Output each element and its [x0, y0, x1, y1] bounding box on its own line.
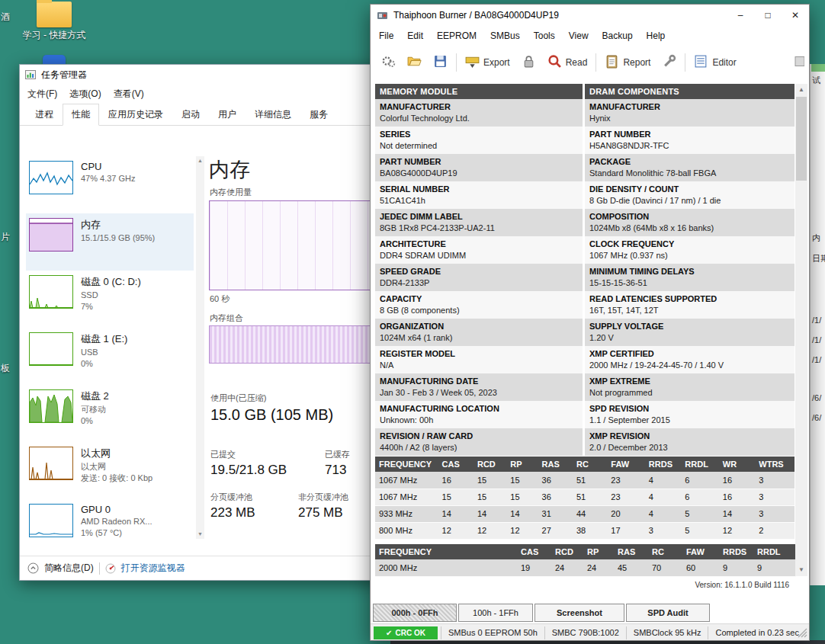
bg-right-window: 试内日期/1//1//1//6//6/ [810, 64, 825, 585]
brief-info-button[interactable]: 简略信息(D) [44, 562, 94, 575]
timing-cell: 933 MHz [375, 505, 438, 522]
tm-sidebar-item-4[interactable]: 磁盘 2可移动0% [26, 385, 194, 442]
resize-grip[interactable] [798, 628, 807, 639]
timing-col-header: RP [506, 457, 538, 472]
tm-title: 任务管理器 [41, 69, 87, 82]
spd-value: 1.1 / September 2015 [589, 415, 790, 426]
tp-titlebar[interactable]: Thaiphoon Burner / BA08G4000D4UP19 – □ ✕ [371, 5, 809, 26]
tm-sidebar-item-0[interactable]: CPU47% 4.37 GHz [26, 156, 194, 213]
bottom-tab-3[interactable]: SPD Audit [626, 604, 710, 622]
tp-menu-item-4[interactable]: Tools [527, 27, 562, 44]
read-button[interactable]: Read [544, 52, 591, 73]
tm-sidebar-item-sub: 0% [81, 415, 109, 427]
minimize-button[interactable]: – [727, 5, 754, 26]
spd-label: SERIES [380, 129, 578, 140]
tm-tab-0[interactable]: 进程 [26, 104, 63, 126]
tm-sidebar-item-sub: 15.1/15.9 GB (95%) [81, 232, 155, 244]
bottom-tab-0[interactable]: 000h - 0FFh [373, 604, 457, 622]
timing-cell: 16 [438, 472, 473, 489]
options-button[interactable] [659, 52, 679, 73]
tp-scrollbar[interactable]: ▲ ▼ [795, 84, 807, 576]
spd-tools-button[interactable] [378, 52, 399, 73]
export-button[interactable]: Export [462, 52, 513, 73]
timing-cell: 800 MHz [375, 522, 438, 539]
timing-col-header: FAW [682, 544, 719, 559]
status-cell-3: Completed in 0.23 sec [708, 626, 805, 639]
timing-cell: 12 [506, 522, 538, 539]
tm-tab-3[interactable]: 启动 [172, 104, 209, 126]
save-button[interactable] [430, 52, 451, 73]
tm-sidebar-item-6[interactable]: GPU 0AMD Radeon RX...1% (57 °C) [26, 499, 194, 556]
tp-menu-item-7[interactable]: Help [640, 27, 673, 44]
scroll-thumb[interactable] [796, 97, 807, 181]
stat-nonpaged-pool: 非分页缓冲池 275 MB [298, 492, 348, 521]
close-button[interactable]: ✕ [782, 5, 809, 26]
timing-cell: 36 [538, 489, 573, 505]
tm-sidebar-item-2[interactable]: 磁盘 0 (C: D:)SSD7% [26, 271, 194, 328]
open-button[interactable] [404, 52, 425, 73]
tp-menu-item-2[interactable]: EEPROM [430, 27, 483, 44]
tm-tab-5[interactable]: 详细信息 [246, 104, 300, 126]
tm-sidebar-item-3[interactable]: 磁盘 1 (E:)USB0% [26, 328, 194, 385]
timing-cell: 14 [719, 505, 755, 522]
tm-menu-item-2[interactable]: 查看(V) [108, 85, 150, 104]
timing-cell: 15 [438, 489, 473, 505]
timing-cell: 20 [607, 505, 645, 522]
stat-label: 已缓存 [325, 449, 350, 460]
tm-tab-4[interactable]: 用户 [209, 104, 246, 126]
tp-bottom-tabs: 000h - 0FFh100h - 1FFhScreenshotSPD Audi… [373, 604, 710, 622]
scroll-down-icon[interactable]: ▼ [795, 564, 807, 576]
editor-button[interactable]: Editor [691, 52, 739, 73]
partial-toolbar-icon[interactable] [791, 52, 807, 73]
window-controls: – □ ✕ [727, 5, 809, 26]
tm-sidebar-item-sub: 以太网 [81, 461, 152, 473]
spd-label: ARCHITECTURE [380, 239, 578, 250]
spd-value: 1024Mb x8 (64Mb x8 x 16 banks) [589, 223, 790, 234]
tm-sidebar-item-name: 磁盘 0 (C: D:) [81, 275, 141, 289]
spd-value: DDR4 SDRAM UDIMM [380, 250, 578, 261]
stat-label: 使用中(已压缩) [210, 392, 333, 404]
tm-sidebar-item-sub: 7% [81, 301, 141, 312]
spd-label: DIE DENSITY / COUNT [589, 184, 790, 195]
desktop-icon-study[interactable]: 学习 - 快捷方式 [21, 2, 87, 42]
timing-cell: 19 [517, 559, 551, 576]
timing-cell: 3 [755, 505, 795, 522]
scroll-down-icon[interactable]: ▼ [196, 530, 204, 539]
spd-row: REVISION / RAW CARD4400h / A2 (8 layers) [375, 428, 583, 456]
tp-menu-item-1[interactable]: Edit [400, 27, 430, 44]
tm-tab-2[interactable]: 应用历史记录 [99, 104, 172, 126]
lock-button[interactable] [518, 52, 539, 73]
tm-sidebar-item-5[interactable]: 以太网以太网发送: 0 接收: 0 Kbp [26, 442, 194, 499]
tp-menu-item-6[interactable]: Backup [595, 27, 640, 44]
tp-menu-item-5[interactable]: View [562, 27, 595, 44]
tm-menu-item-1[interactable]: 选项(O) [63, 85, 107, 104]
timing-col-header: RRDS [719, 544, 753, 559]
timing-cell: 1067 MHz [375, 472, 438, 489]
report-button[interactable]: Report [602, 52, 653, 73]
tp-menu-item-0[interactable]: File [372, 27, 400, 44]
timing-cell: 23 [607, 489, 645, 505]
maximize-button[interactable]: □ [754, 5, 782, 26]
bottom-tab-2[interactable]: Screenshot [534, 604, 624, 622]
bottom-tab-1[interactable]: 100h - 1FFh [458, 604, 533, 622]
tm-tab-6[interactable]: 服务 [300, 104, 337, 126]
tm-menu-item-0[interactable]: 文件(F) [21, 85, 63, 104]
spd-value: 8GB 1Rx8 PC4-2133P-UA2-11 [380, 223, 578, 234]
timing-col-header: CAS [517, 544, 551, 559]
timing-cell: 4 [645, 505, 681, 522]
crc-label: CRC OK [395, 629, 425, 637]
tm-sidebar-scrollbar[interactable]: ▲ ▼ [196, 156, 204, 539]
timing-cell: 31 [538, 505, 573, 522]
jedec-table: FREQUENCYCASRCDRPRASRCFAWRRDSRRDLWRWTRS1… [375, 457, 795, 540]
scroll-up-icon[interactable]: ▲ [795, 84, 807, 96]
tp-menu-item-3[interactable]: SMBus [483, 27, 527, 44]
tm-tab-1[interactable]: 性能 [63, 104, 99, 126]
tm-sidebar-item-text: 以太网以太网发送: 0 接收: 0 Kbp [81, 447, 152, 495]
check-icon: ✔ [386, 629, 392, 637]
scroll-up-icon[interactable]: ▲ [196, 156, 204, 165]
tm-sidebar-item-1[interactable]: 内存15.1/15.9 GB (95%) [26, 213, 194, 271]
open-resource-monitor-link[interactable]: 打开资源监视器 [121, 562, 185, 575]
tm-sidebar-item-name: 以太网 [81, 447, 152, 460]
tm-titlebar[interactable]: 任务管理器 [20, 65, 381, 85]
timing-row: 1067 MHz15151536512346163 [375, 489, 795, 505]
